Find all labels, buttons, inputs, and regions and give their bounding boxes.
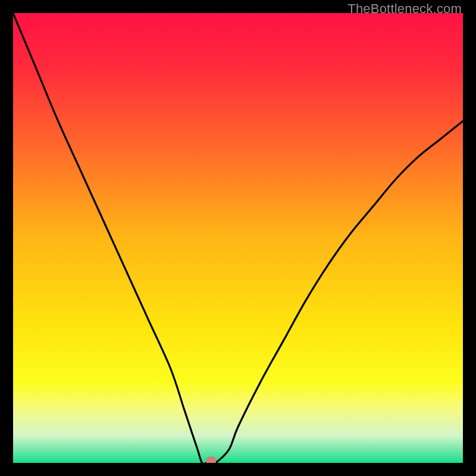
plot-area [13, 13, 463, 463]
bottleneck-chart-svg [13, 13, 463, 463]
chart-frame: TheBottleneck.com [0, 0, 476, 476]
gradient-background [13, 13, 463, 463]
